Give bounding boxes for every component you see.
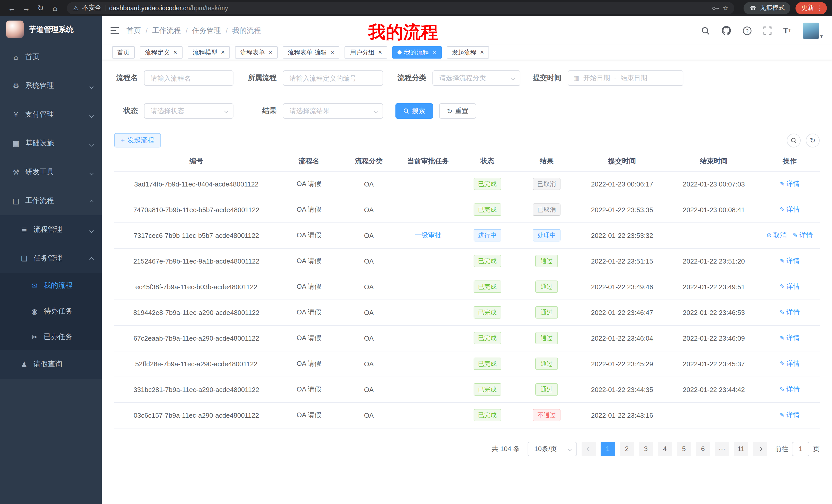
detail-link[interactable]: ✎详情: [780, 333, 800, 343]
chevron-down-icon: [568, 447, 572, 451]
hamburger-icon[interactable]: [110, 27, 119, 34]
detail-link[interactable]: ✎详情: [780, 359, 800, 368]
detail-link[interactable]: ✎详情: [780, 411, 800, 420]
sidebar-item[interactable]: ⌂首页: [0, 43, 102, 72]
tab-item[interactable]: 流程模型×: [187, 46, 230, 59]
breadcrumb-item[interactable]: 任务管理: [192, 26, 221, 35]
user-menu[interactable]: ▾: [803, 22, 823, 39]
id-cell: 2152467e-7b9b-11ec-9a1b-acde48001122: [114, 248, 279, 274]
process-name-input[interactable]: [144, 71, 233, 86]
forward-icon[interactable]: →: [20, 2, 33, 14]
kebab-menu-icon[interactable]: ⋮: [816, 5, 823, 11]
reload-icon[interactable]: ↻: [34, 2, 47, 14]
fullscreen-icon[interactable]: [763, 26, 772, 35]
edit-icon: ✎: [780, 257, 785, 264]
detail-link[interactable]: ✎详情: [780, 256, 800, 265]
actions-cell: ✎详情: [760, 351, 820, 376]
tab-item[interactable]: 流程表单×: [235, 46, 278, 59]
page-button[interactable]: 4: [658, 442, 672, 456]
chevron-down-icon: [90, 110, 93, 119]
close-icon[interactable]: ×: [268, 47, 272, 58]
category-cell: OA: [339, 248, 398, 274]
detail-link[interactable]: ✎详情: [780, 179, 800, 189]
status-select[interactable]: 请选择状态: [144, 103, 233, 119]
table-row: 03c6c157-7b9a-11ec-a290-acde48001122OA 请…: [114, 402, 820, 428]
page-button[interactable]: 1: [601, 442, 615, 456]
avatar[interactable]: [803, 22, 819, 39]
detail-link[interactable]: ✎详情: [780, 205, 800, 214]
chevron-down-icon: [90, 226, 93, 234]
reset-button[interactable]: ↻ 重置: [439, 103, 476, 119]
browser-home-icon[interactable]: ⌂: [48, 2, 62, 14]
sidebar-item[interactable]: ⚒研发工具: [0, 158, 102, 187]
tab-item[interactable]: 流程定义×: [140, 46, 182, 59]
create-process-button[interactable]: + 发起流程: [114, 133, 161, 147]
font-size-icon[interactable]: TT: [783, 26, 791, 35]
cancel-link[interactable]: ⊘取消: [766, 231, 786, 240]
goto-page-input[interactable]: [792, 442, 809, 456]
sidebar-item[interactable]: ◫工作流程: [0, 187, 102, 215]
more-pages-button[interactable]: ···: [715, 442, 729, 456]
page-button[interactable]: 6: [696, 442, 710, 456]
status-tag: 已完成: [474, 281, 501, 293]
detail-link[interactable]: ✎详情: [780, 385, 800, 394]
update-button[interactable]: 更新 ⋮: [796, 2, 827, 14]
url-text[interactable]: dashboard.yudao.iocoder.cn/bpm/task/my: [109, 4, 228, 11]
key-icon[interactable]: [712, 4, 719, 11]
show-search-button[interactable]: [787, 133, 801, 147]
github-icon[interactable]: [722, 26, 731, 35]
category-cell: OA: [339, 171, 398, 197]
search-icon[interactable]: [701, 26, 710, 35]
close-icon[interactable]: ×: [173, 47, 177, 58]
search-button[interactable]: 搜索: [395, 103, 433, 119]
next-page-button[interactable]: [753, 442, 767, 456]
tab-item[interactable]: 我的流程×: [392, 46, 441, 59]
result-select[interactable]: 请选择流结果: [283, 103, 383, 119]
close-icon[interactable]: ×: [331, 47, 335, 58]
sidebar-item[interactable]: ≣流程管理: [0, 215, 102, 244]
tab-item[interactable]: 首页: [112, 46, 135, 59]
breadcrumb-item[interactable]: 首页: [127, 26, 141, 35]
back-icon[interactable]: ←: [5, 2, 19, 14]
close-icon[interactable]: ×: [378, 47, 382, 58]
id-cell: 819442e8-7b9a-11ec-a290-acde48001122: [114, 300, 279, 325]
tab-item[interactable]: 发起流程×: [447, 46, 489, 59]
task-link[interactable]: 一级审批: [415, 231, 441, 239]
tab-item[interactable]: 流程表单-编辑×: [283, 46, 340, 59]
parent-process-input[interactable]: [283, 71, 383, 86]
category-select[interactable]: 请选择流程分类: [433, 71, 520, 86]
close-icon[interactable]: ×: [480, 47, 484, 58]
address-bar[interactable]: ⚠ 不安全 dashboard.yudao.iocoder.cn/bpm/tas…: [67, 2, 734, 14]
page-button[interactable]: 3: [639, 442, 653, 456]
star-icon[interactable]: ☆: [723, 4, 728, 12]
tab-label: 流程表单-编辑: [288, 47, 327, 58]
close-icon[interactable]: ×: [221, 47, 225, 58]
close-icon[interactable]: ×: [433, 47, 436, 58]
tab-item[interactable]: 用户分组×: [345, 46, 387, 59]
sidebar-item[interactable]: ▤基础设施: [0, 129, 102, 158]
sidebar-item[interactable]: ♟请假查询: [0, 350, 102, 379]
detail-link[interactable]: ✎详情: [780, 282, 800, 291]
prev-page-button[interactable]: [581, 442, 596, 456]
sidebar-item[interactable]: ⚙系统管理: [0, 72, 102, 100]
sidebar-item[interactable]: ✂已办任务: [0, 324, 102, 350]
security-label[interactable]: 不安全: [82, 4, 102, 12]
refresh-table-button[interactable]: ↻: [806, 133, 820, 147]
sidebar-item[interactable]: ◉待办任务: [0, 299, 102, 324]
breadcrumb-item[interactable]: 工作流程: [152, 26, 181, 35]
detail-link[interactable]: ✎详情: [780, 308, 800, 317]
result-tag: 通过: [535, 255, 558, 267]
detail-link[interactable]: ✎详情: [793, 231, 813, 240]
column-header: 操作: [760, 151, 820, 171]
page-size-select[interactable]: 10条/页: [527, 442, 577, 456]
sidebar-item[interactable]: ¥支付管理: [0, 100, 102, 129]
page-button[interactable]: 5: [677, 442, 691, 456]
submit-time-range-picker[interactable]: ▦ 开始日期 - 结束日期: [568, 71, 683, 86]
sidebar-item[interactable]: ❏任务管理: [0, 244, 102, 273]
app-logo[interactable]: 芋道管理系统: [0, 16, 102, 43]
page-button[interactable]: 11: [734, 442, 748, 456]
help-icon[interactable]: ?: [743, 26, 752, 35]
chevron-down-icon: [90, 82, 93, 90]
sidebar-item[interactable]: ✉我的流程: [0, 273, 102, 299]
page-button[interactable]: 2: [620, 442, 634, 456]
